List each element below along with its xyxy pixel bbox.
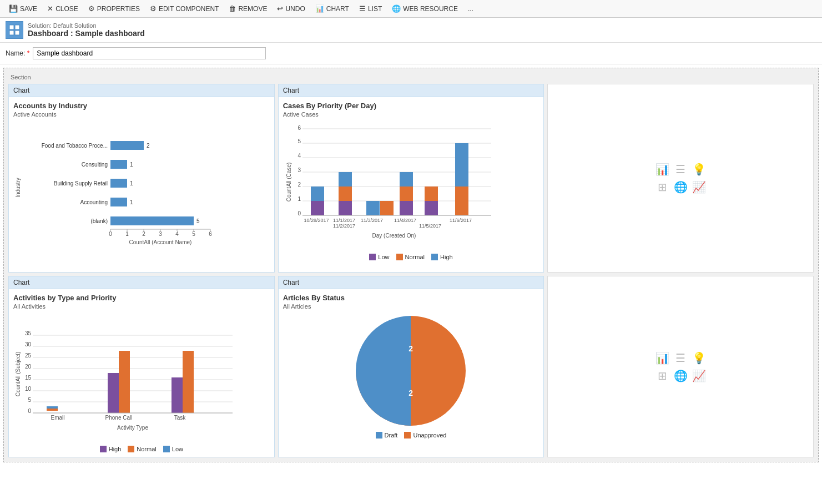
svg-rect-2: [9, 31, 14, 35]
grid-icon[interactable]: ⊞: [655, 180, 669, 194]
svg-rect-52: [311, 187, 324, 201]
svg-rect-56: [366, 201, 380, 215]
chart-icon: 📊: [315, 4, 324, 13]
chart-subtitle-1: Active Accounts: [13, 111, 270, 118]
svg-text:3: 3: [297, 167, 301, 173]
chart-header-3: Chart: [9, 276, 274, 289]
svg-text:5: 5: [297, 138, 301, 144]
bulb-icon-2[interactable]: 💡: [692, 351, 706, 365]
legend-normal-color: [396, 254, 403, 260]
dashboard-name-input[interactable]: [33, 47, 266, 59]
svg-text:0: 0: [109, 231, 112, 237]
properties-button[interactable]: ⚙ PROPERTIES: [84, 2, 144, 15]
remove-button[interactable]: 🗑 REMOVE: [224, 2, 271, 15]
grid-icon-2[interactable]: ⊞: [655, 369, 669, 382]
svg-text:11/1/2017: 11/1/2017: [333, 218, 355, 223]
chart-body-4: Articles By Status All Articles 2 2: [279, 289, 544, 443]
chart-header-4: Chart: [279, 276, 544, 289]
name-row: Name: *: [0, 43, 822, 64]
chart-header-1: Chart: [9, 84, 274, 97]
globe-icon-2[interactable]: 🌐: [674, 369, 688, 382]
legend-high: High: [431, 254, 453, 260]
web-resource-button[interactable]: 🌐 WEB RESOURCE: [387, 2, 462, 15]
svg-text:2: 2: [147, 143, 150, 149]
legend-high-color: [431, 254, 438, 260]
chart-header-2: Chart: [279, 84, 544, 97]
legend3-low: Low: [163, 446, 183, 452]
svg-text:CountAll (Case): CountAll (Case): [286, 163, 292, 202]
bar-chart-icon[interactable]: 📊: [655, 163, 669, 176]
svg-text:0: 0: [297, 210, 301, 216]
list-icon-empty[interactable]: ☰: [674, 163, 688, 176]
svg-text:0: 0: [28, 408, 31, 414]
empty-chart-top: 📊 ☰ 💡 ⊞ 🌐 📈: [547, 84, 814, 273]
trend-icon-2[interactable]: 📈: [692, 369, 706, 382]
svg-rect-93: [47, 406, 58, 409]
more-button[interactable]: ...: [463, 3, 478, 15]
svg-rect-94: [108, 373, 119, 413]
svg-rect-0: [9, 25, 14, 29]
svg-text:2: 2: [142, 231, 145, 237]
svg-text:11/5/2017: 11/5/2017: [419, 223, 441, 229]
undo-button[interactable]: ↩ UNDO: [273, 2, 309, 15]
bulb-icon[interactable]: 💡: [692, 163, 706, 176]
svg-rect-55: [339, 172, 352, 187]
svg-rect-97: [183, 351, 194, 413]
svg-text:Consulting: Consulting: [82, 162, 108, 168]
svg-rect-1: [15, 25, 19, 29]
svg-rect-96: [172, 377, 183, 413]
svg-text:2: 2: [409, 389, 413, 397]
required-indicator: *: [27, 49, 30, 57]
svg-text:1: 1: [297, 196, 301, 202]
svg-text:25: 25: [25, 352, 32, 359]
globe-icon[interactable]: 🌐: [674, 180, 688, 194]
svg-text:4: 4: [175, 231, 179, 237]
svg-text:2: 2: [409, 344, 413, 353]
svg-text:3: 3: [159, 231, 162, 237]
page-header: Solution: Default Solution Dashboard : S…: [0, 18, 822, 43]
edit-component-icon: ⚙: [150, 4, 157, 13]
chart-cell-2: Chart Cases By Priority (Per Day) Active…: [278, 84, 544, 273]
svg-rect-59: [400, 187, 413, 201]
svg-rect-57: [380, 201, 394, 215]
chart-svg-2: CountAll (Case) 0 1 2 3 4 5 6: [283, 121, 505, 249]
legend-low: Low: [369, 254, 389, 260]
bar-chart-icon-2[interactable]: 📊: [655, 351, 669, 365]
svg-text:1: 1: [125, 231, 129, 237]
svg-text:11/6/2017: 11/6/2017: [450, 218, 472, 223]
svg-text:1: 1: [130, 162, 133, 168]
svg-text:Activity Type: Activity Type: [117, 425, 148, 431]
svg-rect-9: [110, 160, 127, 169]
svg-text:2: 2: [297, 182, 301, 188]
trend-icon[interactable]: 📈: [692, 180, 706, 194]
chart-title-1: Accounts by Industry: [13, 102, 270, 110]
legend4-unapproved: Unapproved: [404, 432, 446, 439]
svg-text:Building Supply Retail: Building Supply Retail: [54, 180, 108, 187]
svg-text:15: 15: [25, 375, 32, 381]
svg-text:20: 20: [25, 364, 32, 370]
svg-text:1: 1: [130, 199, 133, 205]
chart-body-2: Cases By Priority (Per Day) Active Cases…: [279, 97, 544, 265]
pie-chart-svg: 2 2: [355, 315, 466, 426]
edit-component-button[interactable]: ⚙ EDIT COMPONENT: [145, 2, 223, 15]
chart-title-2: Cases By Priority (Per Day): [283, 102, 539, 110]
svg-rect-3: [15, 31, 19, 35]
close-button[interactable]: ✕ CLOSE: [43, 2, 83, 15]
svg-text:CountAll (Subject): CountAll (Subject): [15, 352, 21, 397]
chart-cell-4: Chart Articles By Status All Articles 2 …: [278, 276, 544, 457]
list-button[interactable]: ☰ LIST: [355, 2, 386, 15]
solution-label: Solution: Default Solution: [28, 22, 145, 29]
properties-icon: ⚙: [88, 4, 95, 13]
chart4-legend: Draft Unapproved: [283, 432, 539, 439]
legend-low-color: [369, 254, 376, 260]
chart-button[interactable]: 📊 CHART: [311, 2, 354, 15]
svg-text:5: 5: [192, 231, 195, 237]
list-icon: ☰: [359, 4, 366, 13]
svg-text:Email: Email: [51, 415, 64, 421]
chart-subtitle-4: All Articles: [283, 303, 539, 310]
svg-text:30: 30: [25, 341, 32, 347]
save-button[interactable]: 💾 SAVE: [4, 2, 42, 15]
svg-text:11/3/2017: 11/3/2017: [361, 218, 383, 223]
list-icon-empty-2[interactable]: ☰: [674, 351, 688, 365]
empty-chart-bottom: 📊 ☰ 💡 ⊞ 🌐 📈: [547, 276, 814, 457]
